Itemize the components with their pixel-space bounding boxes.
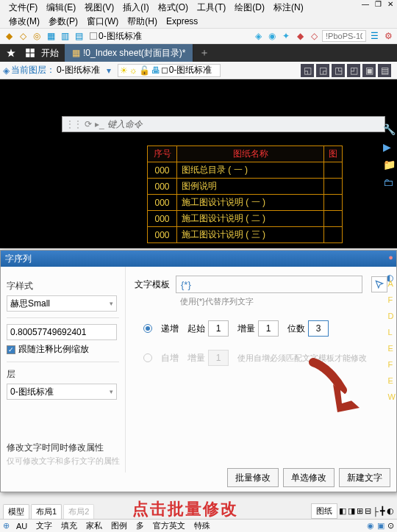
layer-icon[interactable]: ◱ <box>301 64 314 77</box>
status-icon[interactable]: ⊕ <box>3 521 10 531</box>
layer-icon[interactable]: ▣ <box>362 64 376 77</box>
svg-rect-0 <box>26 48 29 52</box>
new-tab-button[interactable]: ＋ <box>193 46 215 60</box>
template-input[interactable]: {*} <box>176 276 362 293</box>
search-icon[interactable]: ☰ <box>368 30 380 42</box>
status-icon[interactable]: ⊞ <box>357 506 363 516</box>
status-icon[interactable]: ◐ <box>387 506 394 516</box>
menu-express[interactable]: Express <box>163 16 201 26</box>
start-input[interactable]: 1 <box>208 320 229 337</box>
scale-checkbox[interactable]: ✓ 跟随注释比例缩放 <box>7 343 119 356</box>
status-icon[interactable]: ⊟ <box>365 506 371 516</box>
close-button[interactable]: ✕ <box>385 0 396 8</box>
status-icon[interactable]: ▣ <box>377 521 385 531</box>
layout-tab[interactable]: 布局1 <box>31 504 62 519</box>
layer-select[interactable]: 0-图纸标准▾ <box>7 384 117 400</box>
menu-draw[interactable]: 绘图(D) <box>232 1 268 14</box>
layer-icon[interactable]: ◰ <box>347 64 360 77</box>
status-item[interactable]: 多 <box>134 520 146 531</box>
menu-window[interactable]: 窗口(W) <box>84 15 121 28</box>
tool-icon[interactable]: ◆ <box>294 30 306 42</box>
height-input[interactable]: 0.80057749692401 <box>7 324 117 340</box>
tool-icon[interactable]: ◇ <box>17 30 29 42</box>
pick-button[interactable] <box>371 276 387 292</box>
tool-icon[interactable]: ◇ <box>308 30 320 42</box>
status-icon[interactable]: ⊙ <box>387 521 394 531</box>
layer-icon[interactable]: ◳ <box>332 64 345 77</box>
status-item[interactable]: 特殊 <box>192 520 212 531</box>
template-hint: 使用{*}代替序列文字 <box>180 296 387 307</box>
status-item[interactable]: 家私 <box>84 520 104 531</box>
tool-icon[interactable]: ▥ <box>59 30 71 42</box>
radio-auto[interactable] <box>143 353 152 362</box>
layer-tool-icon[interactable]: ▾ <box>103 65 115 76</box>
menu-modify[interactable]: 修改(M) <box>6 15 43 28</box>
dialog-close-icon[interactable]: ● <box>388 253 393 262</box>
menu-annotate[interactable]: 标注(N) <box>271 1 307 14</box>
side-tool-icon[interactable]: ▶ <box>383 141 396 153</box>
menu-param[interactable]: 参数(P) <box>46 15 81 28</box>
menu-format[interactable]: 格式(O) <box>155 1 191 14</box>
start-tab[interactable]: 开始 <box>35 44 65 62</box>
status-item[interactable]: 文字 <box>34 520 54 531</box>
status-bar: ⊕ AU 文字 填充 家私 图例 多 官方英文 特殊 ◉ ▣ ⊙ <box>0 519 397 532</box>
th-name: 图纸名称 <box>177 146 324 162</box>
layer-selector[interactable]: ☀ ☼ 🔓 🖶 0-图纸标准 <box>118 64 221 77</box>
status-item[interactable]: 填充 <box>59 520 79 531</box>
settings-icon[interactable]: ⚙ <box>382 30 394 42</box>
tool-icon[interactable]: ✦ <box>280 30 292 42</box>
restore-button[interactable]: ❐ <box>373 0 384 8</box>
style-select[interactable]: 赫思Small▾ <box>7 295 117 312</box>
min-button[interactable]: — <box>360 0 371 8</box>
menu-file[interactable]: 文件(F) <box>6 1 40 14</box>
menu-edit[interactable]: 编辑(E) <box>43 1 79 14</box>
model-tab[interactable]: 模型 <box>3 504 29 519</box>
menu-insert[interactable]: 插入(I) <box>120 1 151 14</box>
status-item[interactable]: AU <box>14 522 29 531</box>
layer-dropdown[interactable]: 0-图纸标准 <box>87 30 145 43</box>
side-tool-icon[interactable]: 📁 <box>383 159 396 170</box>
single-modify-button[interactable]: 单选修改 <box>283 468 335 487</box>
search-input[interactable] <box>322 30 366 42</box>
step-input[interactable]: 1 <box>258 320 279 337</box>
tool-icon[interactable]: ▤ <box>73 30 85 42</box>
status-item[interactable]: 官方英文 <box>151 520 187 531</box>
drawing-canvas[interactable]: ⋮⋮ ⟳ ▸_ 键入命令 序号 图纸名称 图 000图纸总目录 ( 一 ) 00… <box>0 79 397 248</box>
new-text-button[interactable]: 新建文字 <box>339 468 390 487</box>
tool-icon[interactable]: ◆ <box>3 30 15 42</box>
side-tool-icon[interactable]: 🗀 <box>383 176 396 188</box>
doc-tab-bar: 开始 ▦ !0_Index sheet(封面目录)* ＋ <box>0 44 397 62</box>
tool-icon[interactable]: ◉ <box>266 30 278 42</box>
document-tab[interactable]: ▦ !0_Index sheet(封面目录)* <box>65 44 193 62</box>
home-tab[interactable] <box>0 44 22 62</box>
status-icon[interactable]: ├ <box>373 507 379 516</box>
command-line[interactable]: ⋮⋮ ⟳ ▸_ 键入命令 <box>62 116 385 132</box>
layer-icon[interactable]: ◲ <box>316 64 329 77</box>
grip-icon[interactable]: ⋮⋮ <box>65 119 82 129</box>
radio-increment[interactable] <box>143 324 152 333</box>
arrow-annotation <box>302 355 376 428</box>
layout-tabs: 模型 布局1 布局2 <box>3 504 94 519</box>
tool-icon[interactable]: ◈ <box>252 30 264 42</box>
menu-tools[interactable]: 工具(T) <box>194 1 229 14</box>
status-icon[interactable]: ◉ <box>367 521 374 531</box>
dialog-title-bar[interactable]: 字序列 <box>1 251 396 267</box>
status-icon[interactable]: ◨ <box>348 506 355 516</box>
layout-tab[interactable]: 布局2 <box>63 504 94 519</box>
layout-right-tab[interactable]: 图纸 <box>311 503 337 519</box>
layer-label: 层 <box>7 368 119 381</box>
batch-modify-button[interactable]: 批量修改 <box>227 468 279 487</box>
layer-icon[interactable]: ▤ <box>378 64 391 77</box>
right-toolbar: 🔧 ▶ 📁 🗀 <box>383 123 396 188</box>
tool-icon[interactable]: ▦ <box>45 30 57 42</box>
digits-input[interactable]: 3 <box>308 320 329 337</box>
menu-view[interactable]: 视图(V) <box>82 1 117 14</box>
history-icon[interactable]: ⟳ <box>85 119 92 129</box>
status-item[interactable]: 图例 <box>109 520 129 531</box>
status-icon[interactable]: ◧ <box>339 506 346 516</box>
status-icon[interactable]: ╋ <box>380 506 385 516</box>
tool-icon[interactable]: ◎ <box>31 30 43 42</box>
menu-help[interactable]: 帮助(H) <box>124 15 160 28</box>
side-tool-icon[interactable]: 🔧 <box>383 123 396 135</box>
svg-rect-2 <box>26 54 29 57</box>
